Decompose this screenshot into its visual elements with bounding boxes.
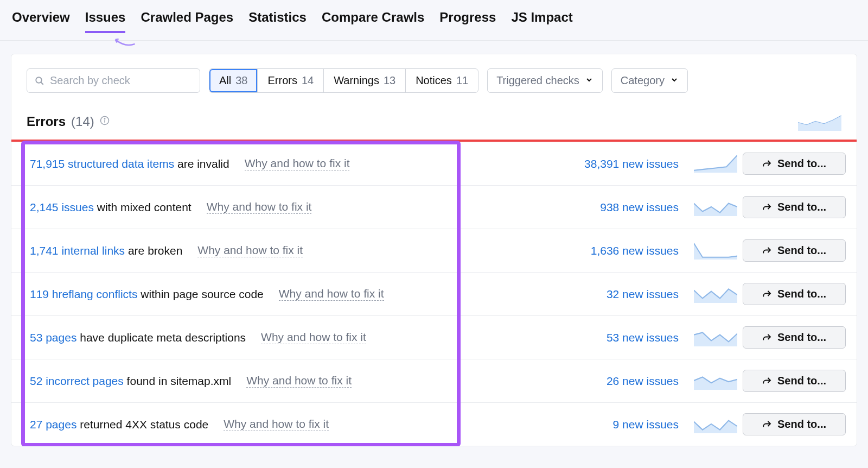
svg-point-4 (104, 118, 105, 119)
issue-row: 53 pages have duplicate meta description… (11, 315, 857, 359)
send-to-label: Send to... (777, 157, 826, 170)
seg-notices-label: Notices (416, 74, 452, 87)
share-arrow-icon (762, 203, 772, 212)
issue-count-link[interactable]: 2,145 issues (30, 201, 94, 213)
share-arrow-icon (762, 376, 772, 386)
issue-count-link[interactable]: 119 hreflang conflicts (30, 288, 137, 300)
svg-marker-5 (798, 116, 841, 131)
new-issues-link[interactable]: 26 new issues (440, 375, 688, 388)
send-to-button[interactable]: Send to... (743, 283, 846, 305)
info-icon[interactable] (100, 116, 110, 128)
new-issues-link[interactable]: 9 new issues (440, 418, 688, 431)
search-icon (35, 76, 44, 86)
tab-overview[interactable]: Overview (12, 10, 70, 33)
triggered-checks-dropdown[interactable]: Triggered checks (487, 68, 603, 93)
issue-row: 119 hreflang conflicts within page sourc… (11, 272, 857, 315)
issue-title[interactable]: 71,915 structured data items are invalid (30, 157, 229, 170)
issue-count-link[interactable]: 71,915 structured data items (30, 157, 174, 170)
seg-warnings-label: Warnings (334, 74, 379, 87)
seg-warnings-count: 13 (384, 74, 395, 87)
send-to-button[interactable]: Send to... (743, 370, 846, 392)
why-and-how-link[interactable]: Why and how to fix it (197, 244, 303, 257)
issue-description-cell: 52 incorrect pages found in sitemap.xmlW… (11, 362, 440, 400)
new-issues-link[interactable]: 38,391 new issues (440, 157, 688, 170)
issue-title[interactable]: 2,145 issues with mixed content (30, 201, 192, 214)
send-to-label: Send to... (777, 418, 826, 431)
why-and-how-link[interactable]: Why and how to fix it (224, 418, 329, 431)
seg-errors-label: Errors (267, 74, 297, 87)
row-sparkline (688, 372, 743, 390)
tab-statistics[interactable]: Statistics (248, 10, 307, 33)
share-arrow-icon (762, 333, 772, 343)
why-and-how-link[interactable]: Why and how to fix it (279, 287, 384, 301)
section-title: Errors (27, 114, 66, 129)
seg-warnings[interactable]: Warnings 13 (324, 69, 406, 92)
tab-js-impact[interactable]: JS Impact (511, 10, 572, 33)
section-count: (14) (71, 114, 94, 129)
why-and-how-link[interactable]: Why and how to fix it (261, 331, 366, 344)
new-issues-link[interactable]: 1,636 new issues (440, 244, 688, 257)
why-and-how-link[interactable]: Why and how to fix it (246, 374, 352, 388)
seg-all[interactable]: All 38 (209, 69, 258, 92)
seg-errors-count: 14 (302, 74, 314, 87)
row-sparkline (688, 286, 743, 303)
send-to-label: Send to... (777, 331, 826, 344)
why-and-how-link[interactable]: Why and how to fix it (207, 200, 312, 214)
issue-description-cell: 2,145 issues with mixed contentWhy and h… (11, 188, 440, 226)
issues-rows: 71,915 structured data items are invalid… (11, 142, 857, 446)
tab-crawled-pages[interactable]: Crawled Pages (141, 10, 233, 33)
new-issues-link[interactable]: 938 new issues (440, 201, 688, 214)
issue-row: 1,741 internal links are brokenWhy and h… (11, 229, 857, 272)
seg-notices-count: 11 (456, 74, 468, 87)
send-to-label: Send to... (777, 375, 826, 387)
issue-description-cell: 1,741 internal links are brokenWhy and h… (11, 232, 440, 269)
chevron-down-icon (585, 74, 593, 87)
issue-text: with mixed content (94, 201, 192, 213)
issue-title[interactable]: 119 hreflang conflicts within page sourc… (30, 288, 264, 301)
severity-segmented: All 38 Errors 14 Warnings 13 Notices 11 (209, 68, 478, 93)
send-to-label: Send to... (777, 244, 826, 257)
send-to-button[interactable]: Send to... (743, 239, 846, 262)
share-arrow-icon (762, 289, 772, 299)
tab-progress[interactable]: Progress (439, 10, 496, 33)
send-to-button[interactable]: Send to... (743, 196, 846, 218)
issue-text: within page source code (137, 288, 263, 300)
search-input[interactable] (50, 74, 192, 87)
tab-issues[interactable]: Issues (85, 10, 126, 33)
issue-count-link[interactable]: 53 pages (30, 331, 76, 344)
issue-description-cell: 71,915 structured data items are invalid… (11, 145, 440, 182)
issue-title[interactable]: 1,741 internal links are broken (30, 244, 182, 257)
issue-description-cell: 27 pages returned 4XX status codeWhy and… (11, 406, 440, 443)
issue-text: have duplicate meta descriptions (76, 331, 246, 344)
issue-description-cell: 119 hreflang conflicts within page sourc… (11, 275, 440, 313)
issue-title[interactable]: 52 incorrect pages found in sitemap.xml (30, 375, 231, 388)
issue-row: 2,145 issues with mixed contentWhy and h… (11, 185, 857, 229)
send-to-button[interactable]: Send to... (743, 326, 846, 349)
section-sparkline (798, 113, 841, 130)
send-to-button[interactable]: Send to... (743, 413, 846, 435)
why-and-how-link[interactable]: Why and how to fix it (245, 157, 350, 170)
new-issues-link[interactable]: 53 new issues (440, 331, 688, 344)
seg-errors[interactable]: Errors 14 (258, 69, 324, 92)
issue-count-link[interactable]: 52 incorrect pages (30, 375, 124, 387)
tab-compare-crawls[interactable]: Compare Crawls (322, 10, 424, 33)
share-arrow-icon (762, 420, 772, 429)
issue-title[interactable]: 27 pages returned 4XX status code (30, 418, 208, 431)
row-sparkline (688, 329, 743, 346)
send-to-label: Send to... (777, 288, 826, 300)
svg-line-1 (41, 82, 43, 85)
issue-row: 52 incorrect pages found in sitemap.xmlW… (11, 359, 857, 402)
category-dropdown[interactable]: Category (611, 68, 688, 93)
svg-point-0 (36, 77, 42, 83)
issue-text: returned 4XX status code (76, 418, 208, 431)
row-sparkline (688, 155, 743, 173)
search-input-wrapper[interactable] (27, 68, 200, 93)
issue-count-link[interactable]: 1,741 internal links (30, 244, 125, 257)
issue-title[interactable]: 53 pages have duplicate meta description… (30, 331, 246, 344)
new-issues-link[interactable]: 32 new issues (440, 288, 688, 301)
seg-all-count: 38 (235, 74, 247, 87)
send-to-button[interactable]: Send to... (743, 153, 846, 175)
seg-notices[interactable]: Notices 11 (406, 69, 478, 92)
issue-count-link[interactable]: 27 pages (30, 418, 76, 431)
issues-toolbar: All 38 Errors 14 Warnings 13 Notices 11 … (11, 54, 857, 104)
